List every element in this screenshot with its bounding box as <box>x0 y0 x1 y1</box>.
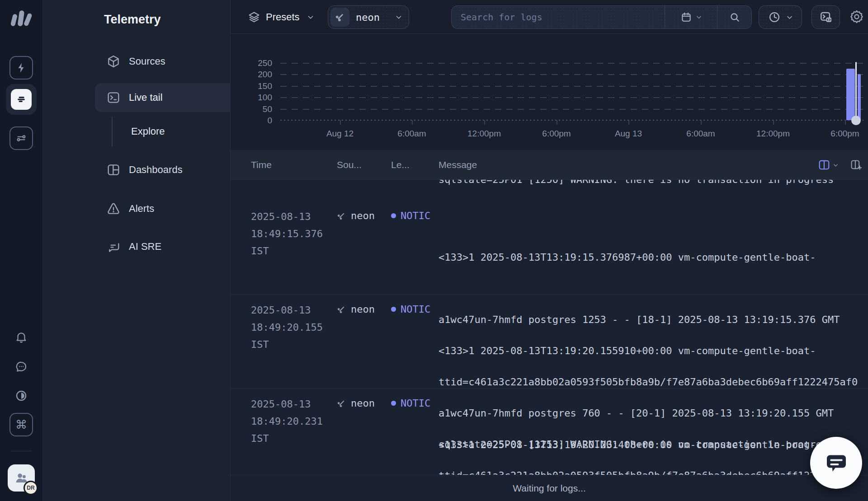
x-tick-label: Aug 12 <box>313 129 367 139</box>
search-input[interactable] <box>452 6 665 28</box>
row-separator <box>231 294 868 295</box>
main-content: Presets neon <box>231 0 868 501</box>
y-tick-label: 0 <box>245 116 272 126</box>
chevron-down-icon <box>395 14 402 21</box>
waiting-status-text: Waiting for logs... <box>513 483 585 494</box>
log-row[interactable]: 2025-08-13 18:49:20.231 IST neon NOTIC <box>231 393 868 475</box>
log-time: 2025-08-13 18:49:15.376 IST <box>251 208 335 260</box>
neon-comet-icon <box>336 398 347 409</box>
chevron-down-icon <box>833 162 839 168</box>
settings-button[interactable] <box>849 9 864 24</box>
terminal-code-icon <box>819 10 833 24</box>
layers-icon <box>248 11 260 23</box>
y-tick-label: 100 <box>245 93 272 103</box>
log-table-header: Time Sou... Le... Message <box>231 150 868 180</box>
bolt-icon <box>15 62 27 74</box>
message-square-icon <box>106 239 121 254</box>
columns-layout-button[interactable] <box>818 159 839 170</box>
log-level-label: NOTIC <box>401 304 430 315</box>
log-row[interactable]: 2025-08-13 18:49:20.155 IST neon NOTIC <box>231 299 868 388</box>
column-header-level[interactable]: Le... <box>391 150 410 180</box>
user-initials-badge[interactable]: DR <box>24 481 38 495</box>
log-source-label: neon <box>351 398 375 409</box>
level-dot-icon <box>391 213 396 218</box>
log-row[interactable]: 2025-08-13 18:49:15.376 IST neon NOTIC <box>231 206 868 294</box>
icon-rail: ⌘ DR <box>0 0 43 501</box>
sidebar: Telemetry Sources Live tail <box>43 0 231 501</box>
notifications-button[interactable] <box>9 325 33 349</box>
topbar: Presets neon <box>231 0 868 34</box>
x-axis-baseline <box>280 120 863 121</box>
shortcuts-button[interactable]: ⌘ <box>9 413 33 436</box>
log-volume-bar[interactable] <box>858 74 861 120</box>
sidebar-item-label: Alerts <box>129 203 154 215</box>
x-tick-label: 6:00pm <box>818 129 868 139</box>
log-level: NOTIC <box>391 210 430 221</box>
sliders-nav-button[interactable] <box>9 126 33 150</box>
column-header-source[interactable]: Sou... <box>337 150 362 180</box>
level-dot-icon <box>391 307 396 312</box>
theme-toggle-button[interactable] <box>9 384 33 407</box>
search-submit-button[interactable] <box>717 6 751 28</box>
x-tick-label: Aug 13 <box>601 129 656 139</box>
bell-icon <box>14 330 28 344</box>
log-source: neon <box>336 304 375 315</box>
log-time: 2025-08-13 18:49:20.155 IST <box>251 302 335 353</box>
bolt-nav-button[interactable] <box>9 56 33 80</box>
log-level: NOTIC <box>391 398 430 409</box>
sidebar-item-label: Dashboards <box>129 164 183 176</box>
gear-icon <box>849 9 864 24</box>
terminal-square-icon <box>106 90 121 105</box>
presets-dropdown[interactable]: Presets <box>244 6 318 28</box>
column-header-message[interactable]: Message <box>439 150 477 180</box>
feedback-button[interactable] <box>9 355 33 379</box>
y-tick-label: 150 <box>245 81 272 91</box>
time-range-dropdown[interactable] <box>759 5 802 29</box>
x-tick-label: 12:00pm <box>746 129 800 139</box>
log-level-label: NOTIC <box>401 210 430 221</box>
add-column-button[interactable] <box>850 159 863 171</box>
x-tick-label: 6:00am <box>385 129 439 139</box>
row-separator <box>231 388 868 389</box>
neon-comet-icon <box>336 211 347 221</box>
search-icon <box>729 11 741 23</box>
log-time: 2025-08-13 18:49:20.231 IST <box>251 396 335 447</box>
sidebar-item-label: AI SRE <box>129 241 161 253</box>
theme-contrast-icon <box>14 389 28 403</box>
source-selector-dropdown[interactable]: neon <box>328 5 409 29</box>
cube-icon <box>106 54 121 69</box>
date-range-button[interactable] <box>665 6 717 28</box>
rail-divider <box>11 451 32 451</box>
log-search-group <box>451 5 752 29</box>
neon-comet-icon <box>336 304 347 315</box>
presets-label: Presets <box>266 11 300 23</box>
feedback-bubble-icon <box>14 360 28 374</box>
chat-fab-button[interactable] <box>810 437 862 489</box>
clock-icon <box>768 11 781 23</box>
column-header-time[interactable]: Time <box>251 150 272 180</box>
columns-layout-icon <box>818 159 830 170</box>
middleware-logo-icon[interactable] <box>10 7 33 27</box>
app-root: ⌘ DR Telemetry <box>0 0 868 501</box>
chevron-down-icon <box>307 14 314 21</box>
sidebar-title: Telemetry <box>104 13 161 27</box>
y-tick-label: 200 <box>245 70 272 80</box>
logs-nav-button-active[interactable] <box>6 84 37 115</box>
logs-icon <box>11 89 32 110</box>
log-volume-bar[interactable] <box>846 69 855 120</box>
log-message: <133>1 2025-08-13T13:19:20.231408+00:00 … <box>439 393 868 475</box>
sidebar-item-label: Sources <box>129 56 165 67</box>
log-source: neon <box>336 210 375 221</box>
log-table-body: sqlstate=25P01 [1250] WARNING: there is … <box>231 180 868 475</box>
x-tick-label: 6:00am <box>674 129 728 139</box>
live-tail-settings-button[interactable] <box>811 5 840 29</box>
y-tick-label: 50 <box>245 104 272 114</box>
live-cursor-dot <box>851 116 861 125</box>
log-source-label: neon <box>351 304 375 315</box>
dashboard-grid-icon <box>106 163 121 177</box>
sidebar-item-label: Explore <box>131 126 165 137</box>
live-cursor-line <box>855 62 857 120</box>
log-volume-chart: 250 200 150 100 50 0 Aug 1 <box>231 34 868 150</box>
log-source-label: neon <box>351 210 375 221</box>
sidebar-item-label: Live tail <box>129 92 163 103</box>
